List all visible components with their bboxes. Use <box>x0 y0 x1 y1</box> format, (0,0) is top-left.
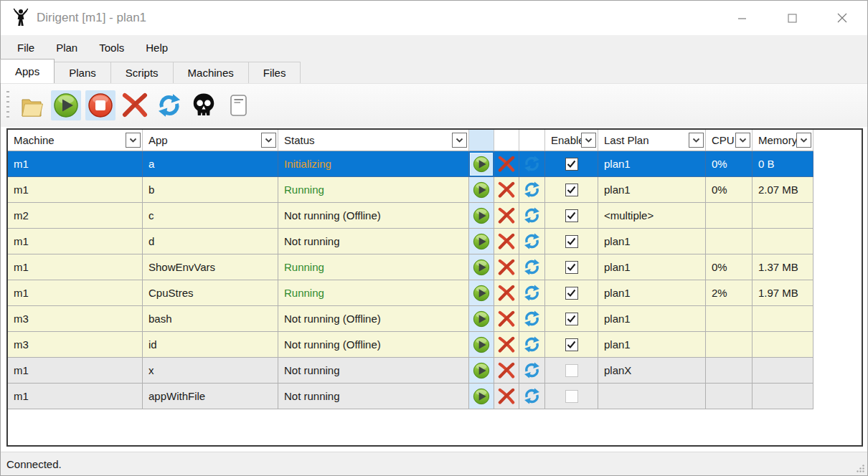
kill-app-button[interactable] <box>494 203 519 229</box>
restart-app-button[interactable] <box>519 332 545 358</box>
cell-cpu <box>706 384 753 409</box>
restart-app-button[interactable] <box>519 384 545 409</box>
restart-app-button[interactable] <box>519 254 545 280</box>
refresh-icon <box>156 92 182 118</box>
kill-app-button[interactable] <box>494 229 519 254</box>
kill-app-button[interactable] <box>494 306 519 332</box>
notes-button[interactable] <box>223 90 253 120</box>
kill-app-button[interactable] <box>494 280 519 306</box>
start-app-button[interactable] <box>469 177 494 203</box>
kill-app-button[interactable] <box>494 384 519 409</box>
tab-plans[interactable]: Plans <box>54 62 111 83</box>
table-row[interactable]: m1 CpuStres Running <box>8 280 813 306</box>
menu-item-plan[interactable]: Plan <box>45 35 88 60</box>
minimize-button[interactable] <box>717 1 767 35</box>
menu-item-tools[interactable]: Tools <box>88 35 135 60</box>
column-header-status[interactable]: Status <box>278 130 469 151</box>
column-header-enabled[interactable]: Enabled <box>545 130 598 151</box>
kill-app-button[interactable] <box>494 151 519 177</box>
enabled-checkbox[interactable] <box>565 338 578 351</box>
start-app-button[interactable] <box>469 332 494 358</box>
filter-dropdown-button[interactable] <box>796 133 811 148</box>
stop-icon <box>88 92 113 118</box>
kill-button[interactable] <box>120 90 150 120</box>
kill-all-button[interactable] <box>189 90 219 120</box>
table-row[interactable]: m3 id Not running (Offline) <box>8 332 813 358</box>
tab-apps[interactable]: Apps <box>0 59 55 83</box>
resize-grip-icon[interactable] <box>856 464 865 473</box>
tab-files[interactable]: Files <box>248 62 301 83</box>
enabled-checkbox[interactable] <box>565 184 578 196</box>
cell-cpu: 0% <box>706 254 753 280</box>
refresh-icon <box>523 335 541 353</box>
start-app-button[interactable] <box>469 358 494 384</box>
refresh-icon <box>523 284 541 302</box>
restart-app-button[interactable] <box>519 151 545 177</box>
cell-last-plan: plan1 <box>598 280 706 306</box>
start-button[interactable] <box>51 90 81 120</box>
filter-dropdown-button[interactable] <box>581 133 596 148</box>
column-header-memory[interactable]: Memory <box>753 130 813 151</box>
start-app-button[interactable] <box>469 229 494 254</box>
enabled-checkbox[interactable] <box>565 261 578 274</box>
enabled-checkbox[interactable] <box>565 313 578 325</box>
close-button[interactable] <box>817 1 867 35</box>
play-icon <box>473 310 490 328</box>
start-app-button[interactable] <box>469 306 494 332</box>
enabled-checkbox[interactable] <box>565 390 578 403</box>
start-app-button[interactable] <box>469 151 494 177</box>
restart-app-button[interactable] <box>519 280 545 306</box>
table-row[interactable]: m1 d Not running <box>8 229 813 254</box>
table-row[interactable]: m1 x Not running <box>8 358 813 384</box>
filter-dropdown-button[interactable] <box>261 133 276 148</box>
menu-item-file[interactable]: File <box>6 35 45 60</box>
kill-app-button[interactable] <box>494 177 519 203</box>
tab-machines[interactable]: Machines <box>173 62 249 83</box>
restart-app-button[interactable] <box>519 306 545 332</box>
restart-button[interactable] <box>154 90 184 120</box>
kill-app-button[interactable] <box>494 358 519 384</box>
tab-scripts[interactable]: Scripts <box>110 62 174 83</box>
cell-cpu: 0% <box>706 151 753 177</box>
table-row[interactable]: m1 appWithFile Not running <box>8 384 813 409</box>
column-header-cpu[interactable]: CPU <box>706 130 753 151</box>
toolbar-grip[interactable] <box>6 91 9 120</box>
start-app-button[interactable] <box>469 203 494 229</box>
enabled-checkbox[interactable] <box>565 158 578 171</box>
open-folder-button[interactable] <box>16 90 47 120</box>
table-row[interactable]: m2 c Not running (Offline) <box>8 203 813 229</box>
start-app-button[interactable] <box>469 384 494 409</box>
menu-item-help[interactable]: Help <box>135 35 179 60</box>
cell-last-plan: plan1 <box>598 332 706 358</box>
table-row[interactable]: m3 bash Not running (Offline) <box>8 306 813 332</box>
restart-app-button[interactable] <box>519 177 545 203</box>
start-app-button[interactable] <box>469 280 494 306</box>
table-row[interactable]: m1 b Running <box>8 177 813 203</box>
cell-app: bash <box>143 306 278 332</box>
stop-button[interactable] <box>85 90 115 120</box>
enabled-checkbox[interactable] <box>565 235 578 248</box>
maximize-button[interactable] <box>767 1 817 35</box>
filter-dropdown-button[interactable] <box>126 133 141 148</box>
restart-app-button[interactable] <box>519 203 545 229</box>
start-app-button[interactable] <box>469 254 494 280</box>
filter-dropdown-button[interactable] <box>735 133 750 148</box>
enabled-checkbox[interactable] <box>565 287 578 300</box>
cell-last-plan: <multiple> <box>598 203 706 229</box>
kill-app-button[interactable] <box>494 332 519 358</box>
document-icon <box>227 93 249 118</box>
restart-app-button[interactable] <box>519 229 545 254</box>
column-header-last-plan[interactable]: Last Plan <box>598 130 706 151</box>
column-header-app[interactable]: App <box>143 130 278 151</box>
kill-app-button[interactable] <box>494 254 519 280</box>
restart-app-button[interactable] <box>519 358 545 384</box>
filter-dropdown-button[interactable] <box>689 133 704 148</box>
checkmark-icon <box>567 211 576 220</box>
enabled-checkbox[interactable] <box>565 364 578 377</box>
table-row[interactable]: m1 ShowEnvVars Running <box>8 254 813 280</box>
column-header-machine[interactable]: Machine <box>8 130 143 151</box>
toolbar <box>1 84 867 127</box>
filter-dropdown-button[interactable] <box>452 133 467 148</box>
table-row[interactable]: m1 a Initializing <box>8 151 813 177</box>
enabled-checkbox[interactable] <box>565 209 578 222</box>
